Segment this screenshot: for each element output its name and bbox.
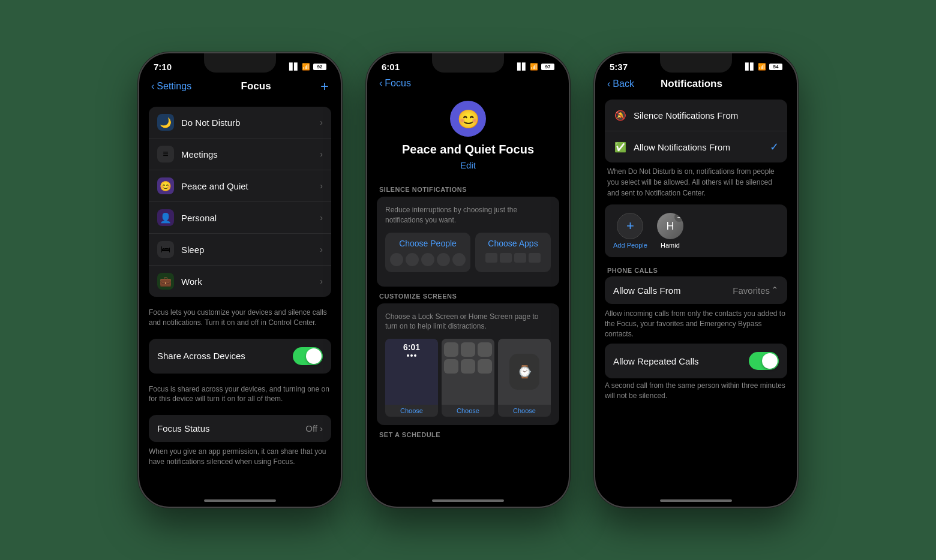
choose-people-label: Choose People xyxy=(390,239,466,248)
status-icons-3: ▋▋ 📶 54 xyxy=(745,63,782,71)
silence-from-row[interactable]: 🔕 Silence Notifications From xyxy=(605,100,787,131)
work-chevron: › xyxy=(320,276,323,286)
home-screen-inner xyxy=(442,339,494,405)
time-1: 7:10 xyxy=(154,62,172,72)
allow-from-label: Allow Notifications From xyxy=(634,142,770,152)
add-people-label: Add People xyxy=(613,242,647,249)
lock-screen-label: Choose xyxy=(398,405,425,417)
focus-status-row[interactable]: Focus Status Off › xyxy=(149,415,331,442)
peace-icon: 😊 xyxy=(157,177,174,194)
hamid-avatar: − H xyxy=(657,213,683,239)
time-3: 5:37 xyxy=(610,62,628,72)
allow-repeated-label: Allow Repeated Calls xyxy=(613,356,699,366)
hs-icon-3 xyxy=(478,342,492,357)
allow-calls-from-card: Allow Calls From Favorites ⌃ xyxy=(605,276,787,304)
dot-1 xyxy=(407,354,409,357)
back-button-1[interactable]: ‹ Settings xyxy=(151,81,191,92)
nav-bar-1: ‹ Settings Focus + xyxy=(139,76,341,101)
meetings-icon: ≡ xyxy=(157,146,174,162)
schedule-label: SET A SCHEDULE xyxy=(377,431,559,438)
app-sq-2 xyxy=(500,253,512,263)
back-button-3[interactable]: ‹ Back xyxy=(607,79,634,89)
phone-3-screen: 5:37 ▋▋ 📶 54 ‹ Back Notifications 🔕 xyxy=(595,53,797,507)
focus-item-meetings[interactable]: ≡ Meetings › xyxy=(149,139,331,170)
status-bar-3: 5:37 ▋▋ 📶 54 xyxy=(595,53,797,76)
signal-icon-3: ▋▋ xyxy=(745,63,755,71)
favorites-chevron: ⌃ xyxy=(771,285,779,296)
watch-label: Choose xyxy=(511,405,538,417)
status-icons-1: ▋▋ 📶 92 xyxy=(289,63,326,71)
nav-bar-3: ‹ Back Notifications xyxy=(595,76,797,96)
peace-label: Peace and Quiet xyxy=(181,181,320,191)
lock-screen-preview[interactable]: 6:01 Choose xyxy=(385,339,438,417)
focus-list: 🌙 Do Not Disturb › ≡ Meetings › 😊 Peace … xyxy=(139,101,341,303)
focus-info-text: Focus lets you customize your devices an… xyxy=(139,303,341,333)
watch-face: ⌚ xyxy=(509,354,539,390)
allow-from-row[interactable]: ✅ Allow Notifications From ✓ xyxy=(605,131,787,162)
signal-icon-1: ▋▋ xyxy=(289,63,299,71)
share-toggle[interactable] xyxy=(293,347,323,365)
focus-item-work[interactable]: 💼 Work › xyxy=(149,266,331,297)
person-circle-2 xyxy=(406,253,419,266)
battery-2: 97 xyxy=(541,64,554,70)
sleep-icon: 🛏 xyxy=(157,241,174,258)
hs-icon-1 xyxy=(444,342,458,357)
personal-icon: 👤 xyxy=(157,209,174,226)
silence-buttons: Choose People Choose Apps xyxy=(385,233,551,272)
remove-person-button[interactable]: − xyxy=(674,213,683,222)
focus-item-peace[interactable]: 😊 Peace and Quiet › xyxy=(149,170,331,202)
app-sq-3 xyxy=(514,253,526,263)
allow-calls-desc: Allow incoming calls from only the conta… xyxy=(605,309,787,344)
customize-card: Choose a Lock Screen or Home Screen page… xyxy=(377,303,559,426)
hs-icon-5 xyxy=(461,359,475,374)
repeated-toggle-knob xyxy=(762,353,778,369)
back-button-2[interactable]: ‹ Focus xyxy=(379,78,411,89)
allow-repeated-toggle[interactable] xyxy=(749,352,779,370)
person-circle-3 xyxy=(421,253,434,266)
peace-chevron: › xyxy=(320,181,323,191)
allow-calls-from-row[interactable]: Allow Calls From Favorites ⌃ xyxy=(605,276,787,304)
nav-title-3: Notifications xyxy=(661,78,722,90)
focus-item-do-not-disturb[interactable]: 🌙 Do Not Disturb › xyxy=(149,107,331,139)
meetings-label: Meetings xyxy=(181,149,320,159)
repeated-calls-desc: A second call from the same person withi… xyxy=(605,381,787,406)
app-squares xyxy=(480,253,546,263)
silence-section: SILENCE NOTIFICATIONS Reduce interruptio… xyxy=(367,180,569,448)
silence-card: Reduce interruptions by choosing just th… xyxy=(377,197,559,287)
dot-3 xyxy=(414,354,416,357)
share-label: Share Across Devices xyxy=(157,351,245,361)
status-icons-2: ▋▋ 📶 97 xyxy=(517,63,554,71)
notif-desc: When Do Not Disturb is on, notifications… xyxy=(605,166,787,204)
allow-repeated-row[interactable]: Allow Repeated Calls xyxy=(605,344,787,378)
focus-item-sleep[interactable]: 🛏 Sleep › xyxy=(149,234,331,266)
silence-title: SILENCE NOTIFICATIONS xyxy=(377,186,559,193)
notif-section: 🔕 Silence Notifications From ✅ Allow Not… xyxy=(595,96,797,410)
work-label: Work xyxy=(181,276,320,287)
choose-people-btn[interactable]: Choose People xyxy=(385,233,470,272)
add-person[interactable]: + Add People xyxy=(613,213,647,249)
chevron-left-icon-3: ‹ xyxy=(607,79,610,89)
choose-apps-btn[interactable]: Choose Apps xyxy=(475,233,551,272)
focus-status-value: Off › xyxy=(305,423,323,433)
sleep-chevron: › xyxy=(320,245,323,254)
home-screen-preview[interactable]: Choose xyxy=(442,339,494,417)
person-circle-1 xyxy=(390,253,403,266)
watch-preview-container[interactable]: ⌚ Choose xyxy=(498,339,551,417)
pq-edit-button[interactable]: Edit xyxy=(460,160,476,170)
phone-1: 7:10 ▋▋ 📶 92 ‹ Settings Focus + 🌙 Do Not… xyxy=(138,52,342,508)
share-across-devices-row[interactable]: Share Across Devices xyxy=(149,339,331,374)
dnd-chevron: › xyxy=(320,118,323,127)
watch-inner: ⌚ xyxy=(498,339,551,405)
add-button-1[interactable]: + xyxy=(320,78,329,95)
focus-item-personal[interactable]: 👤 Personal › xyxy=(149,202,331,234)
wifi-icon-1: 📶 xyxy=(302,63,310,71)
home-bar-1 xyxy=(204,499,276,502)
people-circles xyxy=(390,253,466,266)
silence-desc: Reduce interruptions by choosing just th… xyxy=(385,205,551,225)
bell-mute-icon: 🔕 xyxy=(613,108,628,122)
wifi-icon-3: 📶 xyxy=(758,63,766,71)
personal-chevron: › xyxy=(320,213,323,222)
pq-emoji: 😊 xyxy=(450,101,486,137)
pq-header: 😊 Peace and Quiet Focus Edit xyxy=(367,95,569,180)
person-hamid[interactable]: − H Hamid xyxy=(657,213,683,249)
